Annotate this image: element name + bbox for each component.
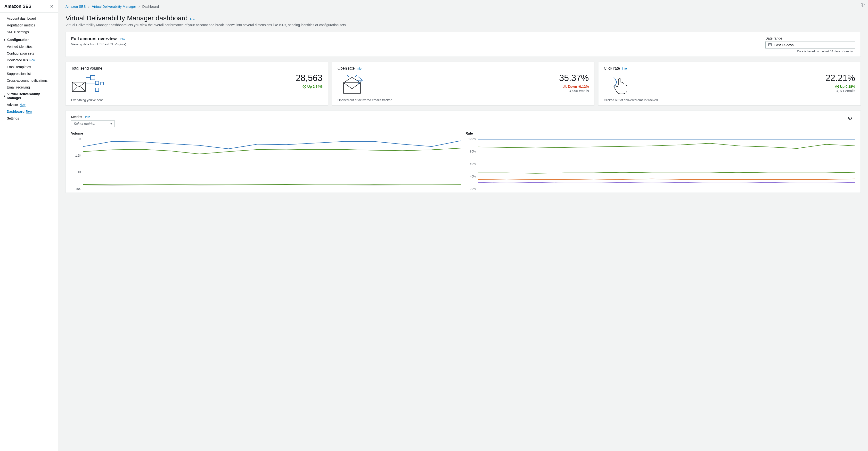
date-range-hint: Data is based on the last 14 days of sen… (765, 50, 855, 53)
page-description: Virtual Deliverability Manager dashboard… (65, 23, 861, 27)
overview-subtitle: Viewing data from US East (N. Virginia). (71, 42, 127, 46)
sidebar-item-configuration-sets[interactable]: Configuration sets (0, 50, 58, 57)
info-icon[interactable]: ⓘ (861, 2, 865, 7)
chevron-down-icon: ▾ (111, 122, 112, 126)
overview-title: Full account overview Info (71, 36, 125, 41)
info-link[interactable]: Info (120, 38, 125, 41)
sidebar-item-settings[interactable]: Settings (0, 115, 58, 122)
metrics-select[interactable]: Select metrics ▾ (71, 120, 115, 127)
svg-rect-8 (95, 88, 99, 91)
sidebar-title: Amazon SES (4, 4, 31, 9)
envelope-open-icon (337, 73, 371, 95)
warning-triangle-icon (563, 85, 567, 89)
click-rate-delta: Up 0.18% (826, 85, 855, 89)
sidebar-item-email-receiving[interactable]: Email receiving (0, 84, 58, 91)
sidebar-item-verified-identities[interactable]: Verified identities (0, 43, 58, 50)
sidebar-header: Amazon SES ✕ (0, 0, 58, 12)
send-volume-delta: Up 2.64% (296, 85, 322, 89)
breadcrumb-current: Dashboard (142, 5, 159, 8)
sidebar-item-dedicated-ips[interactable]: Dedicated IPsNew (0, 57, 58, 64)
refresh-icon (848, 116, 852, 121)
volume-y-axis: 2K1.5K1K500 (71, 137, 83, 191)
check-circle-icon (835, 85, 839, 89)
info-link[interactable]: Info (622, 67, 627, 70)
card-footer: Everything you've sent (71, 98, 322, 102)
sidebar-item-account-dashboard[interactable]: Account dashboard (0, 15, 58, 22)
open-rate-value: 35.37% (559, 73, 589, 83)
card-title: Click rate Info (604, 66, 855, 70)
info-link[interactable]: Info (356, 67, 362, 70)
open-rate-delta: Down -0.12% (559, 85, 589, 89)
card-click-rate: Click rate Info 22.21% (598, 62, 861, 105)
card-footer: Clicked out of delivered emails tracked (604, 98, 855, 102)
chevron-down-icon: ▼ (3, 95, 6, 97)
svg-rect-5 (91, 75, 95, 80)
click-rate-sub: 3,071 emails (826, 89, 855, 93)
sidebar-item-cross-account-notifications[interactable]: Cross-account notifications (0, 77, 58, 84)
rate-y-axis: 100%80%60%40%20% (466, 137, 478, 191)
open-rate-sub: 4,990 emails (559, 89, 589, 93)
metrics-select-placeholder: Select metrics (74, 122, 95, 126)
volume-chart-title: Volume (71, 131, 461, 135)
rate-chart: Rate 100%80%60%40%20% (466, 131, 855, 191)
new-badge: New (29, 58, 35, 62)
breadcrumb: Amazon SES › Virtual Deliverability Mana… (65, 4, 861, 8)
sidebar-item-smtp-settings[interactable]: SMTP settings (0, 29, 58, 35)
breadcrumb-parent[interactable]: Virtual Deliverability Manager (92, 5, 136, 8)
chevron-right-icon: › (88, 4, 90, 8)
check-circle-icon (303, 85, 306, 89)
svg-rect-0 (769, 43, 771, 46)
date-range-label: Date range (765, 36, 855, 40)
sidebar-group-vdm[interactable]: ▼ Virtual Deliverability Manager (0, 91, 58, 101)
metrics-title: Metrics (71, 115, 82, 119)
calendar-icon (768, 43, 772, 47)
svg-line-16 (355, 75, 357, 77)
close-icon[interactable]: ✕ (50, 4, 54, 9)
sidebar-item-email-templates[interactable]: Email templates (0, 64, 58, 70)
info-link[interactable]: Info (190, 18, 195, 21)
card-title: Total send volume (71, 66, 322, 70)
sidebar-item-suppression-list[interactable]: Suppression list (0, 70, 58, 77)
new-badge: New (26, 110, 32, 114)
stat-cards-row: Total send volume (65, 62, 861, 105)
card-title: Open rate Info (337, 66, 589, 70)
rate-chart-title: Rate (466, 131, 855, 135)
click-hand-icon (604, 73, 638, 95)
envelope-send-icon (71, 73, 105, 95)
send-volume-value: 28,563 (296, 73, 322, 83)
date-range-value: Last 14 days (774, 43, 794, 47)
date-range-select[interactable]: Last 14 days (765, 41, 855, 49)
refresh-button[interactable] (845, 115, 855, 122)
sidebar: Amazon SES ✕ Account dashboard Reputatio… (0, 0, 58, 451)
card-open-rate: Open rate Info (332, 62, 594, 105)
svg-line-15 (347, 75, 349, 77)
svg-rect-6 (95, 81, 99, 85)
metrics-panel: Metrics Info Select metrics ▾ Volume 2K1… (65, 110, 861, 193)
breadcrumb-root[interactable]: Amazon SES (65, 5, 86, 8)
new-badge: New (20, 103, 26, 107)
svg-point-19 (565, 87, 565, 88)
svg-rect-7 (101, 82, 103, 85)
main-content: ⓘ Amazon SES › Virtual Deliverability Ma… (58, 0, 868, 451)
sidebar-item-reputation-metrics[interactable]: Reputation metrics (0, 22, 58, 29)
volume-chart: Volume 2K1.5K1K500 (71, 131, 461, 191)
overview-panel: Full account overview Info Viewing data … (65, 32, 861, 57)
info-link[interactable]: Info (85, 115, 90, 119)
chevron-down-icon: ▼ (3, 38, 6, 41)
sidebar-group-configuration[interactable]: ▼ Configuration (0, 36, 58, 43)
sidebar-item-advisor[interactable]: AdvisorNew (0, 101, 58, 108)
click-rate-value: 22.21% (826, 73, 855, 83)
card-send-volume: Total send volume (65, 62, 328, 105)
sidebar-item-dashboard[interactable]: DashboardNew (0, 108, 58, 115)
page-title: Virtual Deliverability Manager dashboard… (65, 14, 861, 22)
card-footer: Opened out of delivered emails tracked (337, 98, 589, 102)
chevron-right-icon: › (138, 4, 140, 8)
